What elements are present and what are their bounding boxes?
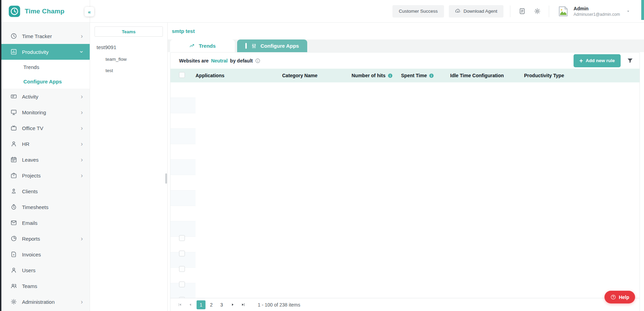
- chevron-icon: ›: [81, 93, 83, 100]
- emails-icon: [10, 219, 17, 226]
- column-header-label: Number of hits: [352, 73, 386, 78]
- column-header-label: Applications: [196, 73, 224, 78]
- page-numbers: 123: [197, 300, 226, 309]
- note-suffix: by default: [230, 58, 253, 64]
- sidebar-item[interactable]: HR ›: [1, 136, 90, 152]
- divider: [549, 5, 549, 17]
- svg-text:s: s: [13, 253, 14, 256]
- first-page-button[interactable]: [175, 300, 184, 309]
- chevron-icon: ›: [81, 109, 83, 115]
- user-menu[interactable]: Admin Adminuser1@admin.com: [556, 4, 630, 18]
- sidebar-item[interactable]: Trends: [1, 60, 90, 74]
- note-highlight: Neutral: [211, 58, 227, 64]
- info-icon[interactable]: [429, 73, 434, 78]
- trend-up-icon: [189, 43, 195, 49]
- sidebar: Time Champ Time Tracker › Productivity ›…: [1, 0, 90, 311]
- sidebar-item-label: Leaves: [22, 157, 38, 163]
- sidebar-item[interactable]: s Invoices: [1, 246, 90, 262]
- tab[interactable]: Configure Apps: [237, 39, 307, 52]
- info-icon[interactable]: [255, 58, 260, 64]
- tab-label: Trends: [199, 43, 215, 49]
- sidebar-item[interactable]: Clients: [1, 183, 90, 199]
- chevron-icon: ›: [81, 157, 83, 163]
- team-name: test9091: [97, 44, 116, 50]
- next-page-button[interactable]: [228, 300, 237, 309]
- team-item[interactable]: team_flow: [90, 54, 167, 65]
- brand-logo[interactable]: Time Champ: [1, 0, 90, 23]
- page-number-button[interactable]: 3: [217, 300, 226, 309]
- sidebar-item[interactable]: Teams: [1, 278, 90, 294]
- sidebar-item[interactable]: Projects ›: [1, 168, 90, 183]
- sidebar-item[interactable]: Time Tracker ›: [1, 28, 90, 44]
- row-checkbox[interactable]: [179, 251, 185, 256]
- sidebar-item[interactable]: Emails: [1, 215, 90, 231]
- question-circle-icon: [610, 294, 616, 300]
- last-page-button[interactable]: [238, 300, 247, 309]
- sidebar-item[interactable]: Timesheets: [1, 199, 90, 215]
- tab[interactable]: Trends: [170, 39, 235, 52]
- active-tab-indicator: [245, 43, 247, 49]
- application-cell: Activity Monitor.app: [196, 283, 640, 298]
- row-checkbox[interactable]: [179, 281, 185, 287]
- chevron-icon: ›: [81, 141, 83, 147]
- table-row: accounts.google.com Social Media 0 00:00…: [170, 237, 640, 252]
- table-row: .*meeting.* Office Apps 0 00:00 Default …: [170, 160, 640, 175]
- page-number-button[interactable]: 2: [207, 300, 216, 309]
- row-checkbox[interactable]: [179, 266, 185, 272]
- sidebar-item-label: HR: [22, 141, 30, 147]
- document-icon[interactable]: [517, 6, 527, 16]
- teams-panel-title: Teams: [122, 29, 135, 34]
- configure-apps-panel: Websites are Neutral by default + Add ne…: [170, 52, 640, 311]
- gear-icon[interactable]: [532, 6, 542, 16]
- sidebar-item[interactable]: Productivity ›: [1, 44, 90, 60]
- sidebar-item-label: Productivity: [22, 49, 49, 55]
- table-row: 1xbetspin.com Social Media 0 00:00 Defau…: [170, 221, 640, 237]
- sidebar-item[interactable]: Administration ›: [1, 294, 90, 310]
- page-number-button[interactable]: 1: [197, 300, 206, 309]
- teams-panel-header: Teams: [95, 26, 163, 37]
- filter-funnel-icon[interactable]: [627, 57, 633, 64]
- select-all-checkbox[interactable]: [179, 72, 185, 78]
- row-checkbox[interactable]: [179, 235, 185, 241]
- previous-page-button[interactable]: [186, 300, 195, 309]
- download-agent-label: Download Agent: [464, 9, 497, 14]
- add-new-rule-button[interactable]: + Add new rule: [574, 54, 621, 67]
- sidebar-item[interactable]: Users: [1, 262, 90, 278]
- sidebar-item-label: Clients: [22, 188, 38, 194]
- sidebar-item[interactable]: Monitoring ›: [1, 104, 90, 120]
- select-all-cell: [179, 72, 196, 79]
- table-row: Activity Monitor.app Others 0 00:00 Defa…: [170, 283, 640, 298]
- teams-icon: [10, 283, 17, 289]
- column-header: Productivity Type: [524, 73, 640, 78]
- users-icon: [10, 267, 17, 274]
- customer-success-button[interactable]: Customer Success: [392, 5, 444, 18]
- column-header: Idle Time Configuration: [450, 73, 524, 78]
- sidebar-item[interactable]: Office TV ›: [1, 120, 90, 136]
- sidebar-collapse-button[interactable]: «: [85, 7, 94, 16]
- help-button[interactable]: Help: [604, 291, 635, 303]
- team-item[interactable]: test9091: [90, 41, 167, 54]
- info-icon[interactable]: [388, 73, 393, 78]
- column-header-label: Productivity Type: [524, 73, 564, 78]
- download-cloud-icon: [455, 8, 461, 14]
- sidebar-item[interactable]: Activity ›: [1, 89, 90, 104]
- team-item[interactable]: test: [90, 65, 167, 76]
- sidebar-item[interactable]: Configure Apps: [1, 74, 90, 89]
- office-tv-icon: [10, 125, 17, 131]
- sidebar-item-label: Invoices: [22, 252, 41, 257]
- main-content: smtp test Trends Configure Apps: [168, 23, 644, 311]
- sidebar-item[interactable]: Leaves ›: [1, 152, 90, 168]
- sidebar-item-label: Users: [22, 267, 35, 273]
- activity-icon: [10, 93, 17, 100]
- sidebar-nav: Time Tracker › Productivity › Trends Con…: [1, 23, 90, 311]
- table-row: accounts.zoho.in Social Media 0 00:00 5 …: [170, 252, 640, 268]
- sidebar-item[interactable]: Reports ›: [1, 231, 90, 246]
- sidebar-item-label: Configure Apps: [23, 79, 62, 84]
- note-prefix: Websites are: [179, 58, 209, 64]
- scrollbar-thumb[interactable]: [165, 173, 167, 184]
- clients-icon: [10, 188, 17, 195]
- top-header: Customer Success Download Agent Admin Ad…: [90, 0, 644, 23]
- download-agent-button[interactable]: Download Agent: [449, 5, 503, 18]
- chevron-icon: ›: [81, 299, 83, 305]
- sidebar-item-label: Reports: [22, 236, 40, 242]
